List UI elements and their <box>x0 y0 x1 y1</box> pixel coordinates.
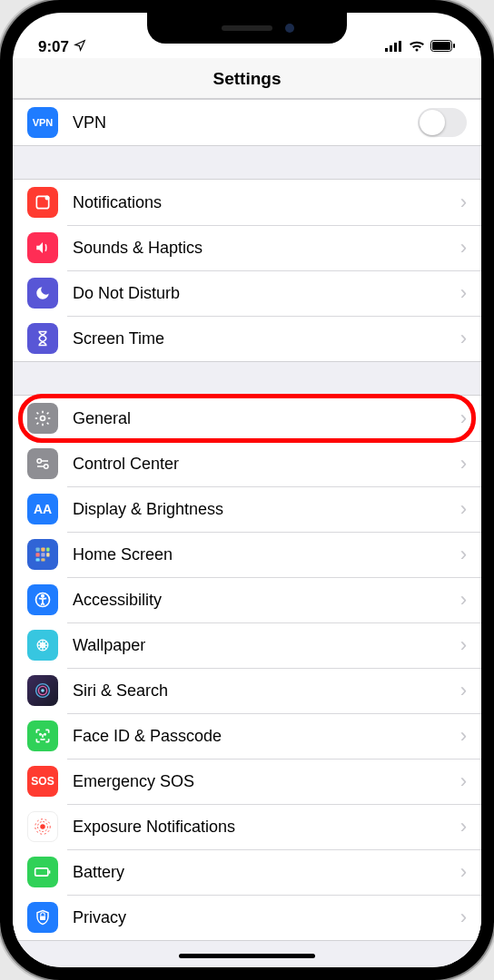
row-general[interactable]: General › <box>13 396 481 441</box>
svg-rect-1 <box>390 45 392 52</box>
svg-point-29 <box>40 824 45 829</box>
row-label: General <box>73 409 455 428</box>
row-notifications[interactable]: Notifications › <box>13 180 481 225</box>
row-screentime[interactable]: Screen Time › <box>13 316 481 361</box>
svg-rect-13 <box>41 548 44 552</box>
chevron-right-icon: › <box>460 407 467 430</box>
group-alerts: Notifications › Sounds & Haptics › Do No… <box>13 179 481 362</box>
chevron-right-icon: › <box>460 860 467 884</box>
chevron-right-icon: › <box>460 281 467 305</box>
row-label: Face ID & Passcode <box>73 727 455 746</box>
row-label: VPN <box>73 113 418 132</box>
front-camera <box>285 24 294 33</box>
vpn-toggle[interactable] <box>418 108 467 137</box>
svg-rect-16 <box>41 553 44 556</box>
phone-frame: 9:07 Settings <box>0 0 494 980</box>
svg-point-28 <box>44 734 45 735</box>
dnd-icon <box>27 278 58 309</box>
chevron-right-icon: › <box>460 815 467 838</box>
accessibility-icon <box>27 584 58 615</box>
control-center-icon <box>27 448 58 479</box>
group-separator <box>13 362 481 395</box>
screentime-icon <box>27 323 58 354</box>
battery-row-icon <box>27 857 58 887</box>
chevron-right-icon: › <box>460 191 467 214</box>
siri-icon <box>27 675 58 706</box>
screen: 9:07 Settings <box>13 13 481 967</box>
svg-point-21 <box>42 595 44 598</box>
svg-point-27 <box>40 734 41 735</box>
row-label: Exposure Notifications <box>73 818 455 837</box>
privacy-icon <box>27 902 58 933</box>
svg-point-10 <box>37 459 42 464</box>
svg-rect-18 <box>36 558 40 561</box>
chevron-right-icon: › <box>460 679 467 702</box>
row-siri[interactable]: Siri & Search › <box>13 668 481 713</box>
chevron-right-icon: › <box>460 588 467 612</box>
faceid-icon <box>27 720 58 751</box>
chevron-right-icon: › <box>460 724 467 748</box>
row-label: Emergency SOS <box>73 772 455 791</box>
row-label: Siri & Search <box>73 681 455 701</box>
row-home-screen[interactable]: Home Screen › <box>13 532 481 577</box>
sos-icon: SOS <box>27 766 58 797</box>
home-indicator[interactable] <box>179 954 315 958</box>
wifi-icon <box>409 38 425 56</box>
settings-list[interactable]: VPN VPN Notifications › <box>13 99 481 966</box>
chevron-right-icon: › <box>460 906 467 929</box>
wallpaper-icon <box>27 630 58 661</box>
chevron-right-icon: › <box>460 633 467 657</box>
row-label: Home Screen <box>73 545 455 564</box>
row-wallpaper[interactable]: Wallpaper › <box>13 622 481 668</box>
svg-rect-19 <box>41 558 44 561</box>
row-label: Display & Brightness <box>73 500 455 519</box>
location-arrow-icon <box>74 38 86 56</box>
row-sos[interactable]: SOS Emergency SOS › <box>13 759 481 804</box>
row-accessibility[interactable]: Accessibility › <box>13 577 481 622</box>
svg-rect-15 <box>36 553 40 556</box>
svg-rect-32 <box>35 868 48 876</box>
row-label: Screen Time <box>73 329 455 348</box>
svg-rect-34 <box>40 916 45 921</box>
svg-rect-17 <box>46 553 49 556</box>
svg-rect-33 <box>49 870 51 873</box>
battery-icon <box>430 38 456 56</box>
chevron-right-icon: › <box>460 543 467 566</box>
row-vpn[interactable]: VPN VPN <box>13 100 481 145</box>
svg-rect-0 <box>385 48 388 52</box>
vpn-icon: VPN <box>27 107 58 138</box>
row-faceid[interactable]: Face ID & Passcode › <box>13 713 481 759</box>
group-general: General › Control Center › AA Display & … <box>13 395 481 941</box>
chevron-right-icon: › <box>460 236 467 260</box>
notifications-icon <box>27 187 58 218</box>
svg-point-9 <box>41 416 45 421</box>
row-battery[interactable]: Battery › <box>13 849 481 895</box>
row-label: Accessibility <box>73 591 455 610</box>
svg-rect-3 <box>399 41 401 52</box>
row-dnd[interactable]: Do Not Disturb › <box>13 270 481 316</box>
chevron-right-icon: › <box>460 327 467 350</box>
row-label: Sounds & Haptics <box>73 239 455 258</box>
speaker-grill <box>222 25 272 31</box>
group-vpn: VPN VPN <box>13 99 481 146</box>
chevron-right-icon: › <box>460 497 467 521</box>
chevron-right-icon: › <box>460 769 467 793</box>
display-icon: AA <box>27 494 58 524</box>
page-title: Settings <box>13 69 481 89</box>
exposure-icon <box>27 811 58 842</box>
row-control-center[interactable]: Control Center › <box>13 441 481 486</box>
svg-rect-5 <box>432 42 450 50</box>
sounds-icon <box>27 232 58 263</box>
svg-rect-2 <box>394 43 397 52</box>
notch <box>147 13 347 44</box>
status-time: 9:07 <box>38 38 69 56</box>
svg-point-11 <box>44 465 49 469</box>
row-exposure[interactable]: Exposure Notifications › <box>13 804 481 849</box>
row-sounds[interactable]: Sounds & Haptics › <box>13 225 481 270</box>
row-display[interactable]: AA Display & Brightness › <box>13 486 481 532</box>
chevron-right-icon: › <box>460 452 467 475</box>
row-label: Control Center <box>73 455 455 474</box>
row-privacy[interactable]: Privacy › <box>13 895 481 940</box>
row-label: Wallpaper <box>73 636 455 655</box>
row-label: Privacy <box>73 908 455 927</box>
